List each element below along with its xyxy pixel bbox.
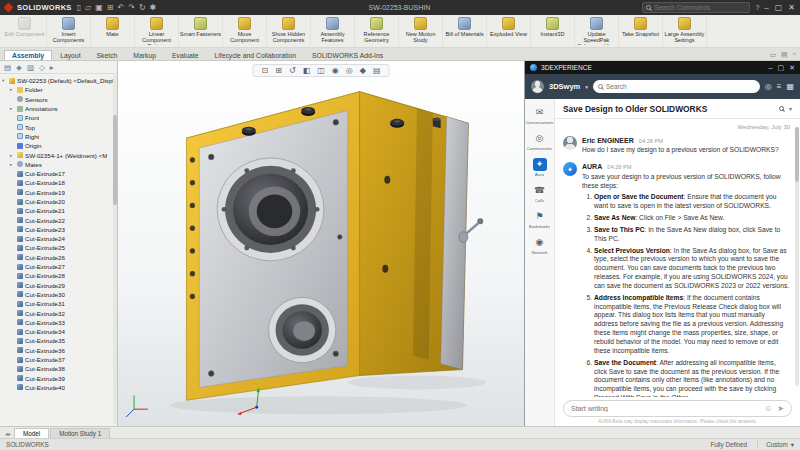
section-view-icon[interactable]: ◧ bbox=[303, 66, 311, 75]
3d-model[interactable] bbox=[118, 61, 524, 426]
ribbon-button[interactable]: Reference Geometry bbox=[355, 16, 399, 46]
tree-item[interactable]: ▸ Folder bbox=[2, 85, 117, 94]
collapse-ribbon-icon[interactable]: ^ bbox=[793, 51, 796, 59]
tree-item[interactable]: Cut-Extrude31 bbox=[2, 299, 117, 308]
hide-show-items-icon[interactable]: ◎ bbox=[346, 66, 353, 75]
rail-network[interactable]: ◉ Network bbox=[531, 236, 547, 255]
new-file-icon[interactable]: ▯ bbox=[77, 3, 81, 12]
expand-arrow-icon[interactable]: ▸ bbox=[10, 162, 15, 167]
tree-item[interactable]: Cut-Extrude27 bbox=[2, 262, 117, 271]
chevron-down-icon[interactable]: ▾ bbox=[585, 84, 588, 90]
command-tab[interactable]: Lifecycle and Collaboration bbox=[206, 50, 304, 60]
tree-item[interactable]: Cut-Extrude32 bbox=[2, 308, 117, 317]
help-icon[interactable]: ? bbox=[755, 4, 759, 11]
minimize-button[interactable]: – bbox=[764, 3, 768, 12]
swym-search-box[interactable] bbox=[593, 80, 760, 93]
propertymanager-tab-icon[interactable]: ◈ bbox=[16, 63, 22, 72]
tree-item[interactable]: Cut-Extrude36 bbox=[2, 346, 117, 355]
tree-item[interactable]: Cut-Extrude23 bbox=[2, 225, 117, 234]
rail-conversations[interactable]: ✉ Conversations bbox=[525, 106, 553, 125]
maximize-button[interactable]: ▢ bbox=[775, 3, 783, 12]
zoom-fit-icon[interactable]: ⊡ bbox=[262, 66, 269, 75]
undo-icon[interactable]: ↶ bbox=[118, 3, 125, 12]
command-tab[interactable]: Sketch bbox=[89, 50, 126, 60]
tree-item[interactable]: Cut-Extrude34 bbox=[2, 327, 117, 336]
featuremanager-tab-icon[interactable]: ▤ bbox=[4, 63, 11, 72]
display-pane-toggle-icon[interactable]: ▸ bbox=[50, 63, 54, 72]
apps-icon[interactable]: ▦ bbox=[786, 82, 794, 91]
rail-bookmarks[interactable]: ⚑ Bookmarks bbox=[529, 210, 551, 229]
dimxpert-tab-icon[interactable]: ◇ bbox=[39, 63, 45, 72]
ribbon-button[interactable]: Show Hidden Components bbox=[267, 16, 311, 46]
ribbon-button[interactable]: Take Snapshot bbox=[619, 16, 663, 46]
tree-item[interactable]: Cut-Extrude29 bbox=[2, 281, 117, 290]
tree-item[interactable]: Cut-Extrude26 bbox=[2, 253, 117, 262]
minimize-button[interactable]: – bbox=[769, 64, 773, 72]
tree-item[interactable]: Cut-Extrude17 bbox=[2, 169, 117, 178]
chevron-down-icon[interactable]: ▾ bbox=[789, 105, 792, 112]
tree-item[interactable]: Cut-Extrude18 bbox=[2, 178, 117, 187]
tree-item[interactable]: Cut-Extrude33 bbox=[2, 318, 117, 327]
emoji-icon[interactable]: ☺ bbox=[764, 404, 772, 413]
command-tab[interactable]: Assembly bbox=[4, 50, 52, 60]
rail-aura[interactable]: ✦ Aura bbox=[533, 158, 547, 177]
save-icon[interactable]: ▣ bbox=[95, 3, 103, 12]
ribbon-button[interactable]: Assembly Features bbox=[311, 16, 355, 46]
command-search-box[interactable] bbox=[642, 2, 750, 13]
tree-item[interactable]: Top bbox=[2, 122, 117, 131]
tree-item[interactable]: Cut-Extrude30 bbox=[2, 290, 117, 299]
zoom-area-icon[interactable]: ⊞ bbox=[275, 66, 282, 75]
ribbon-button[interactable]: Instant3D bbox=[531, 16, 575, 46]
print-icon[interactable]: ⊞ bbox=[107, 3, 114, 12]
ribbon-button[interactable]: Insert Components bbox=[47, 16, 91, 46]
menu-icon[interactable]: ≡ bbox=[777, 82, 782, 91]
open-file-icon[interactable]: ▱ bbox=[85, 3, 91, 12]
tree-item[interactable]: Cut-Extrude22 bbox=[2, 215, 117, 224]
send-icon[interactable]: ➤ bbox=[777, 404, 784, 413]
chat-input-box[interactable]: ☺➤ bbox=[563, 400, 792, 417]
tree-item[interactable]: ▸ Mates bbox=[2, 160, 117, 169]
maximize-button[interactable]: ▢ bbox=[778, 64, 785, 72]
command-tab[interactable]: SOLIDWORKS Add-Ins bbox=[304, 50, 391, 60]
display-pane-icon[interactable]: ▭ bbox=[769, 51, 776, 59]
tree-item[interactable]: Cut-Extrude21 bbox=[2, 206, 117, 215]
view-orientation-icon[interactable]: ◫ bbox=[317, 66, 325, 75]
tree-item[interactable]: Cut-Extrude35 bbox=[2, 336, 117, 345]
command-tab[interactable]: Layout bbox=[52, 50, 88, 60]
rail-communities[interactable]: ◎ Communities bbox=[527, 132, 553, 151]
command-tab[interactable]: Evaluate bbox=[164, 50, 206, 60]
tree-item[interactable]: ▸ Annotations bbox=[2, 104, 117, 113]
ribbon-button[interactable]: Mate bbox=[91, 16, 135, 46]
tree-item[interactable]: Origin bbox=[2, 141, 117, 150]
configuration-selector[interactable]: Custom ▾ bbox=[757, 441, 794, 448]
model-tab[interactable]: Motion Study 1 bbox=[50, 428, 110, 438]
tree-item[interactable]: Front bbox=[2, 113, 117, 122]
tree-item[interactable]: Cut-Extrude28 bbox=[2, 271, 117, 280]
chat-input[interactable] bbox=[571, 405, 759, 412]
configurations-tab-icon[interactable]: ▥ bbox=[27, 63, 34, 72]
tree-item[interactable]: Cut-Extrude25 bbox=[2, 243, 117, 252]
swym-search-input[interactable] bbox=[606, 83, 755, 90]
tree-item[interactable]: Cut-Extrude37 bbox=[2, 355, 117, 364]
chat-scrollbar[interactable] bbox=[795, 127, 799, 386]
rail-calls[interactable]: ☎ Calls bbox=[533, 184, 547, 203]
ribbon-button[interactable]: Move Component bbox=[223, 16, 267, 46]
previous-view-icon[interactable]: ↺ bbox=[289, 66, 296, 75]
chat-search-icon[interactable] bbox=[779, 106, 784, 111]
viewport-3d[interactable]: ⊡⊞↺◧◫◉◎◆▤ bbox=[118, 61, 524, 426]
close-button[interactable]: ✕ bbox=[788, 3, 795, 12]
tree-scrollbar[interactable] bbox=[113, 75, 117, 424]
tree-item[interactable]: Cut-Extrude39 bbox=[2, 374, 117, 383]
tree-item[interactable]: Cut-Extrude40 bbox=[2, 383, 117, 392]
ribbon-button[interactable]: Smart Fasteners bbox=[179, 16, 223, 46]
close-button[interactable]: ✕ bbox=[789, 64, 795, 72]
ribbon-button[interactable]: Bill of Materials bbox=[443, 16, 487, 46]
edit-appearance-icon[interactable]: ◆ bbox=[360, 66, 366, 75]
tree-item[interactable]: Cut-Extrude38 bbox=[2, 364, 117, 373]
redo-icon[interactable]: ↷ bbox=[128, 3, 135, 12]
tree-item[interactable]: Sensors bbox=[2, 95, 117, 104]
expand-arrow-icon[interactable]: ▸ bbox=[10, 153, 15, 158]
tab-scroll-right-icon[interactable]: ▸ bbox=[8, 431, 11, 437]
ribbon-button[interactable]: Update SpeedPak Subassemblies bbox=[575, 16, 619, 46]
ribbon-button[interactable]: Large Assembly Settings bbox=[663, 16, 707, 46]
